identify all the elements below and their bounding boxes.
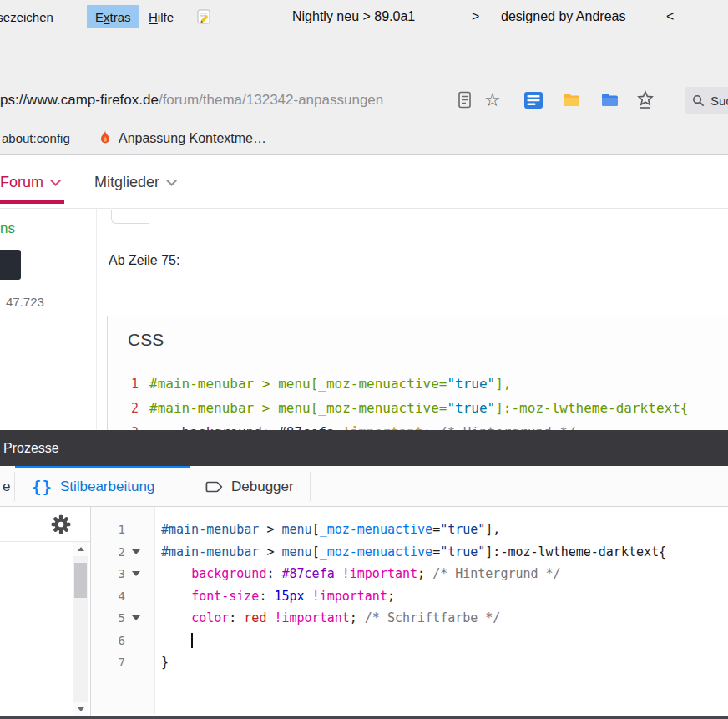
forum-code-lines: 1#main-menubar > menu[_moz-menuactive="t… — [108, 372, 728, 430]
menu-extras-label-pre: E — [95, 10, 104, 24]
code-text: background: #87cefa !important; /* Hinte… — [147, 563, 561, 585]
code-line-row: 5 color: red !important; /* Schriftfarbe… — [91, 607, 728, 630]
tab-style-editor[interactable]: {} Stilbearbeitung — [32, 466, 154, 507]
tab-style-editor-label: Stilbearbeitung — [60, 478, 154, 495]
chevron-down-icon — [166, 175, 177, 186]
line-number: 7 — [91, 651, 125, 674]
code-text: #main-menubar > menu[_moz-menuactive="tr… — [149, 400, 688, 416]
line-number: 5 — [91, 607, 125, 630]
stylesheet-list-pane — [0, 507, 91, 716]
forum-code-block: CSS 1#main-menubar > menu[_moz-menuactiv… — [107, 316, 728, 430]
line-number: 2 — [108, 401, 149, 416]
code-text: font-size: 15px !important; — [147, 585, 395, 608]
menu-extras-accesskey: x — [104, 10, 110, 24]
menu-hilfe-label-post: ilfe — [158, 10, 174, 24]
line-number: 6 — [91, 630, 125, 652]
scrollbar-up-button[interactable] — [73, 542, 88, 556]
tab-separator — [14, 472, 15, 501]
devtools-title: Prozesse — [3, 441, 59, 456]
line-number: 3 — [91, 563, 125, 585]
devtools-titlebar: Prozesse — [0, 430, 728, 466]
code-line-row: 3 background: #87cefa !important; /* Hin… — [91, 563, 728, 585]
url-fade-overlay — [391, 84, 449, 117]
sidebar-count: 47.723 — [6, 295, 44, 309]
menu-extras-label-post: tras — [110, 10, 131, 24]
tab-separator — [310, 472, 311, 501]
scrollbar-thumb[interactable] — [74, 563, 87, 598]
fold-gutter — [125, 549, 147, 554]
style-editor-body: 1#main-menubar > menu[_moz-menuactive="t… — [0, 507, 728, 716]
chevron-down-icon — [50, 175, 61, 186]
folder-blue-icon[interactable] — [601, 93, 619, 111]
toolbar-separator — [513, 90, 513, 110]
menu-item-lesezeichen[interactable]: esezeichen — [0, 0, 53, 33]
url-bar[interactable]: ps://www.camp-firefox.de/forum/thema/132… — [0, 84, 383, 117]
url-path: /forum/thema/132342-anpassungen — [159, 92, 383, 109]
line-number: 2 — [91, 541, 125, 564]
tab-konsole-fragment[interactable]: e — [3, 466, 10, 507]
code-text: background: #87cefa !important; /* Hinte… — [149, 424, 576, 430]
window-title-segment: Nightly neu > 89.0a1 — [292, 0, 415, 33]
bookmarks-toolbar: about:config Anpassung Kontextme… — [0, 122, 728, 154]
line-number: 4 — [91, 585, 125, 608]
search-field[interactable]: Suc — [685, 87, 728, 114]
code-text: } — [147, 651, 169, 674]
window-title-separator: > — [472, 0, 479, 33]
fold-toggle-icon[interactable] — [132, 549, 140, 554]
sidebar-link-fragment[interactable]: ns — [0, 220, 15, 237]
grid-extension-icon[interactable] — [524, 92, 543, 112]
navigation-toolbar: ps://www.camp-firefox.de/forum/thema/132… — [0, 84, 728, 117]
tab-separator — [195, 472, 195, 501]
menu-item-extras[interactable]: Extras — [87, 5, 139, 28]
window-title-segment: designed by Andreas — [501, 0, 625, 33]
nav-item-mitglieder[interactable]: Mitglieder — [94, 156, 174, 209]
search-text: Suc — [710, 94, 728, 108]
sidebar-active-item[interactable] — [0, 250, 21, 280]
sidebar-divider — [96, 209, 97, 430]
code-text: color: red !important; /* Schriftfarbe *… — [147, 607, 500, 630]
list-separator — [0, 585, 73, 585]
gear-icon[interactable] — [50, 514, 72, 535]
line-number: 1 — [91, 519, 125, 541]
search-magnifier-icon — [692, 94, 705, 107]
braces-icon: {} — [32, 478, 53, 496]
devtools-tabbar: e {} Stilbearbeitung Debugger — [0, 466, 728, 507]
bookmark-anpassung-kontextmenu[interactable]: Anpassung Kontextme… — [119, 122, 266, 154]
scrollbar-down-button[interactable] — [73, 702, 88, 716]
editor-lines: 1#main-menubar > menu[_moz-menuactive="t… — [91, 507, 728, 674]
fold-toggle-icon[interactable] — [132, 615, 140, 620]
firefox-window: esezeichen Extras Hilfe Nightly neu > 89… — [0, 0, 728, 719]
folder-yellow-icon[interactable] — [563, 93, 580, 111]
code-line-row: 6 — [91, 630, 728, 652]
debugger-tag-icon — [205, 478, 224, 495]
code-line-row: 1#main-menubar > menu[_moz-menuactive="t… — [91, 519, 728, 541]
fold-toggle-icon[interactable] — [132, 571, 140, 576]
style-editor-code-area[interactable]: 1#main-menubar > menu[_moz-menuactive="t… — [91, 507, 728, 714]
bookmarks-menu-star-icon[interactable] — [636, 90, 655, 114]
tab-debugger-label: Debugger — [231, 478, 294, 495]
nav-forum-label: Forum — [0, 174, 43, 191]
code-line-row: 2#main-menubar > menu[_moz-menuactive="t… — [91, 541, 728, 564]
fold-gutter — [125, 571, 147, 576]
line-number: 1 — [108, 377, 149, 392]
code-line-row: 3 background: #87cefa !important; /* Hin… — [108, 420, 728, 430]
code-line-row: 1#main-menubar > menu[_moz-menuactive="t… — [108, 372, 728, 396]
site-navigation: Forum Mitglieder — [0, 156, 728, 209]
tab-debugger[interactable]: Debugger — [205, 466, 294, 507]
bookmark-about-config[interactable]: about:config — [2, 122, 70, 154]
code-text: #main-menubar > menu[_moz-menuactive="tr… — [149, 376, 511, 392]
devtools-panel: Prozesse e {} Stilbearbeitung Debugger — [0, 430, 728, 719]
notepad-icon[interactable] — [195, 8, 212, 25]
text-cursor — [191, 633, 193, 648]
bookmark-star-icon[interactable]: ☆ — [484, 88, 501, 113]
menu-hilfe-accesskey: H — [149, 10, 158, 24]
vertical-scrollbar[interactable] — [73, 542, 88, 716]
nav-mitglieder-label: Mitglieder — [94, 174, 159, 191]
url-domain: ps://www.camp-firefox.de — [0, 92, 159, 109]
page-content: Forum Mitglieder ns 47.723 Ab Zeile 75: … — [0, 156, 728, 430]
flame-favicon — [97, 129, 114, 146]
reader-mode-icon[interactable] — [458, 91, 473, 113]
post-text: Ab Zeile 75: — [109, 253, 179, 268]
menu-item-hilfe[interactable]: Hilfe — [140, 0, 182, 33]
stylesheet-pane-toolbar — [0, 507, 90, 542]
